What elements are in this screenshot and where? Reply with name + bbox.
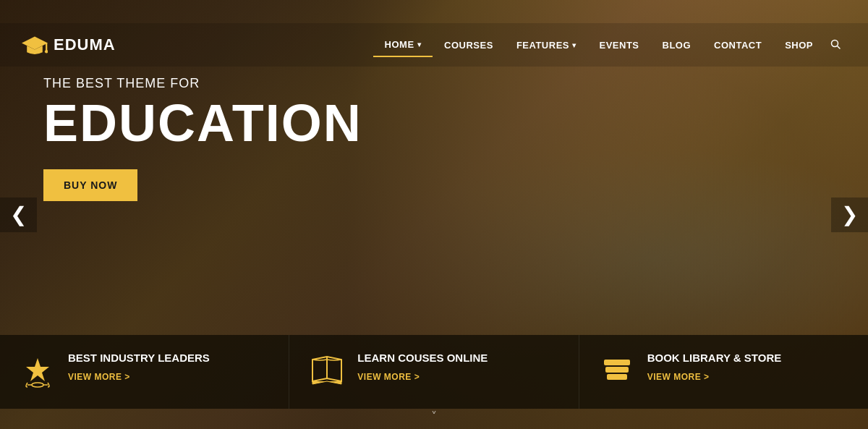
nav-item-contact[interactable]: CONTACT — [702, 34, 773, 56]
scroll-indicator: ˅ — [431, 409, 437, 423]
nav-item-features[interactable]: FEATURES ▾ — [505, 34, 588, 56]
svg-line-4 — [838, 46, 841, 48]
carousel-next-button[interactable]: ❯ — [831, 197, 868, 232]
svg-rect-12 — [607, 374, 627, 380]
feature-title-library: BOOK LIBRARY & STORE — [647, 351, 782, 365]
nav-links: HOME ▾ COURSES FEATURES ▾ EVENTS BLOG CO… — [373, 33, 846, 57]
logo-icon — [22, 34, 48, 56]
svg-rect-10 — [604, 360, 630, 365]
feature-link-library[interactable]: VIEW MORE > — [647, 372, 710, 382]
navbar: EDUMA HOME ▾ COURSES FEATURES ▾ EVENTS B… — [0, 23, 868, 67]
nav-item-shop[interactable]: SHOP — [773, 34, 825, 56]
feature-info-library: BOOK LIBRARY & STORE VIEW MORE > — [647, 351, 782, 383]
hero-content: THE BEST THEME FOR EDUCATION BUY NOW — [43, 76, 362, 201]
feature-info-courses: LEARN COUSES ONLINE VIEW MORE > — [357, 351, 488, 383]
svg-point-2 — [45, 50, 48, 53]
buy-now-button[interactable]: BUY NOW — [43, 169, 137, 201]
chevron-down-icon: ▾ — [572, 41, 576, 49]
feature-link-courses[interactable]: VIEW MORE > — [357, 372, 420, 382]
nav-item-home[interactable]: HOME ▾ — [373, 33, 433, 57]
carousel-prev-button[interactable]: ❮ — [0, 197, 37, 232]
feature-title-leaders: BEST INDUSTRY LEADERS — [68, 351, 210, 365]
book-stack-icon — [600, 354, 634, 390]
svg-rect-11 — [605, 367, 629, 373]
open-book-icon — [310, 354, 344, 390]
features-bar: BEST INDUSTRY LEADERS VIEW MORE > LEARN … — [0, 335, 868, 409]
nav-item-events[interactable]: EVENTS — [587, 34, 650, 56]
hero-subtitle: THE BEST THEME FOR — [43, 76, 362, 91]
search-icon[interactable] — [825, 33, 846, 57]
star-award-icon — [20, 354, 55, 393]
feature-title-courses: LEARN COUSES ONLINE — [357, 351, 488, 365]
logo[interactable]: EDUMA — [22, 34, 116, 56]
feature-link-leaders[interactable]: VIEW MORE > — [68, 372, 130, 382]
feature-card-library: BOOK LIBRARY & STORE VIEW MORE > — [579, 335, 868, 409]
hero-section: Have any question? (00) 123 456 789 hell… — [0, 0, 868, 429]
svg-marker-5 — [26, 358, 49, 381]
chevron-down-icon: ▾ — [417, 41, 422, 48]
feature-info-leaders: BEST INDUSTRY LEADERS VIEW MORE > — [68, 351, 210, 383]
brand-name: EDUMA — [54, 35, 116, 54]
hero-title: EDUCATION — [43, 97, 362, 149]
nav-item-courses[interactable]: COURSES — [433, 34, 505, 56]
svg-point-6 — [32, 383, 43, 387]
nav-item-blog[interactable]: BLOG — [651, 34, 703, 56]
feature-card-courses: LEARN COUSES ONLINE VIEW MORE > — [289, 335, 579, 409]
svg-marker-0 — [22, 37, 48, 50]
feature-card-leaders: BEST INDUSTRY LEADERS VIEW MORE > — [0, 335, 289, 409]
